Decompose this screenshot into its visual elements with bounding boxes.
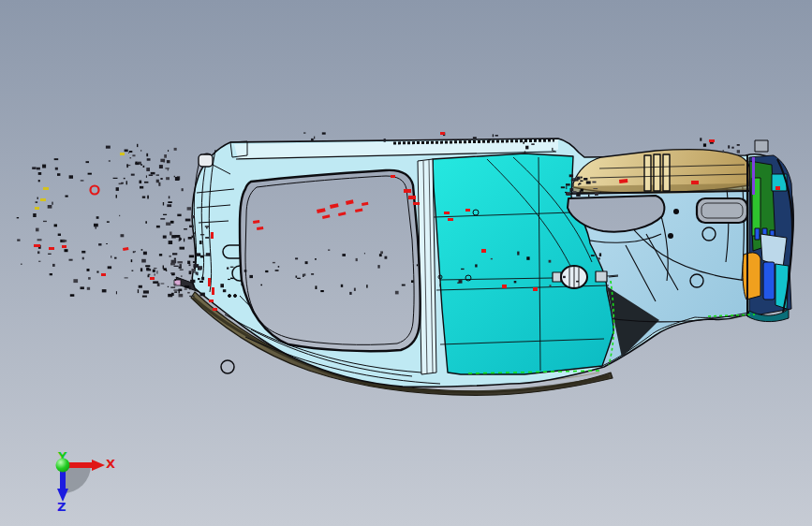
weld-speck	[145, 221, 147, 224]
weld-speck	[52, 202, 52, 205]
red-weld-marker[interactable]	[213, 308, 217, 311]
weld-speck	[174, 284, 177, 285]
red-weld-marker[interactable]	[150, 277, 155, 280]
weld-speck	[526, 256, 529, 260]
weld-speck	[194, 232, 195, 234]
weld-speck	[320, 290, 324, 292]
origin-triad[interactable]: Y X Z	[56, 449, 116, 514]
car-body-model[interactable]	[174, 139, 793, 395]
red-weld-marker[interactable]	[34, 244, 40, 247]
red-weld-marker[interactable]	[208, 278, 211, 286]
red-weld-marker[interactable]	[481, 249, 486, 253]
weld-speck	[157, 283, 160, 286]
weld-speck	[135, 251, 136, 253]
weld-speck	[146, 153, 148, 156]
yellow-clip-speck	[43, 187, 49, 190]
weld-speck	[170, 232, 171, 236]
red-weld-marker[interactable]	[775, 186, 780, 190]
rear-part-orange[interactable]	[743, 253, 760, 300]
weld-speck	[185, 288, 187, 289]
red-circle-marker[interactable]	[91, 186, 99, 195]
weld-speck	[228, 279, 230, 280]
red-weld-marker[interactable]	[413, 202, 420, 205]
weld-speck	[573, 191, 577, 194]
weld-speck	[170, 286, 175, 288]
weld-speck	[199, 241, 202, 244]
red-weld-marker[interactable]	[101, 273, 106, 276]
weld-speck	[159, 254, 162, 256]
door-aperture[interactable]	[240, 170, 421, 351]
red-weld-marker[interactable]	[209, 300, 214, 302]
weld-speck	[37, 168, 40, 170]
weld-speck	[57, 173, 60, 176]
weld-speck	[129, 151, 133, 153]
weld-speck	[554, 151, 555, 152]
weld-speck	[137, 144, 138, 147]
b-pillar-strip[interactable]	[418, 159, 436, 374]
rear-part-purple[interactable]	[752, 157, 755, 195]
weld-speck	[311, 139, 314, 141]
cad-viewport[interactable]: Y X Z	[0, 0, 812, 526]
weld-speck	[70, 294, 75, 297]
weld-speck	[402, 285, 406, 286]
weld-speck	[114, 257, 116, 259]
red-weld-marker[interactable]	[691, 181, 699, 184]
weld-speck	[43, 221, 47, 222]
red-weld-marker[interactable]	[408, 196, 416, 199]
red-weld-marker[interactable]	[440, 132, 445, 135]
weld-speck	[167, 160, 170, 163]
red-weld-marker[interactable]	[502, 285, 507, 288]
weld-speck	[21, 264, 22, 265]
red-weld-marker[interactable]	[709, 139, 715, 142]
weld-speck	[305, 261, 308, 264]
weld-speck	[356, 258, 358, 261]
weld-speck	[710, 142, 714, 144]
z-axis-label: Z	[57, 500, 66, 514]
weld-speck	[723, 150, 725, 153]
weld-speck	[550, 285, 552, 286]
weld-speck	[197, 272, 199, 276]
weld-speck	[146, 175, 147, 178]
red-weld-marker[interactable]	[123, 247, 128, 251]
weld-speck	[184, 228, 187, 229]
weld-speck	[525, 146, 528, 150]
weld-speck	[349, 292, 351, 295]
weld-speck	[182, 188, 184, 191]
red-weld-marker[interactable]	[49, 247, 54, 250]
red-weld-marker[interactable]	[448, 218, 453, 221]
red-weld-marker[interactable]	[391, 175, 395, 178]
weld-speck	[169, 241, 173, 244]
lamp-recess-slot[interactable]	[697, 198, 747, 223]
weld-speck	[581, 177, 583, 179]
weld-speck	[163, 236, 167, 239]
weld-speck	[175, 279, 177, 281]
weld-speck	[322, 132, 326, 134]
red-weld-marker[interactable]	[212, 287, 214, 295]
weld-speck	[163, 160, 165, 162]
weld-speck	[227, 268, 229, 270]
weld-speck	[517, 252, 519, 256]
red-weld-marker[interactable]	[444, 212, 450, 214]
red-weld-marker[interactable]	[465, 209, 470, 212]
red-weld-marker[interactable]	[533, 287, 538, 291]
weld-speck	[96, 216, 99, 219]
red-weld-marker[interactable]	[62, 245, 66, 248]
red-weld-marker[interactable]	[211, 232, 214, 239]
weld-speck	[189, 270, 192, 274]
red-weld-marker[interactable]	[404, 189, 411, 193]
weld-speck	[124, 178, 125, 179]
weld-speck	[168, 150, 169, 152]
tan-hatch-bars	[644, 154, 670, 191]
weld-speck	[140, 164, 142, 166]
tan-rear-rail[interactable]	[566, 150, 750, 194]
weld-speck	[495, 135, 498, 137]
origin-sphere[interactable]	[56, 459, 70, 473]
weld-speck	[140, 186, 143, 189]
weld-speck	[69, 259, 73, 261]
rear-part-teal[interactable]	[775, 264, 789, 309]
weld-speck	[37, 251, 39, 254]
rear-part-blue[interactable]	[763, 262, 775, 300]
weld-speck	[194, 272, 197, 273]
weld-speck	[147, 196, 149, 199]
weld-speck	[155, 273, 155, 275]
